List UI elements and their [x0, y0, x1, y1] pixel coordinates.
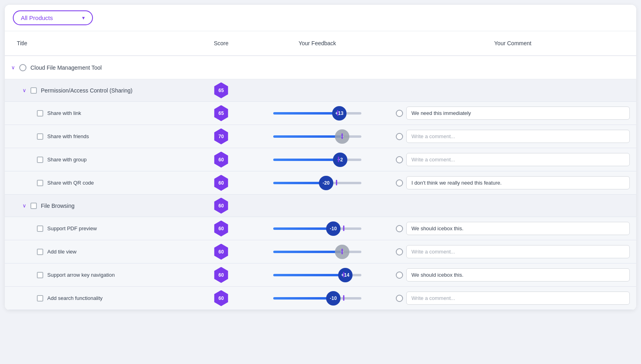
item-checkbox[interactable]: [37, 180, 43, 186]
radio-circle[interactable]: [396, 295, 403, 302]
slider-marker: [342, 249, 343, 254]
slider-cell[interactable]: +2: [245, 158, 389, 161]
radio-circle[interactable]: [396, 271, 403, 279]
slider-thumb[interactable]: -10: [326, 221, 341, 236]
score-badge: 60: [213, 244, 229, 260]
comment-input[interactable]: [406, 153, 630, 166]
slider-cell[interactable]: +13: [245, 112, 389, 115]
group-row: ∨ Cloud File Management Tool: [5, 56, 636, 79]
column-feedback: Your Feedback: [245, 31, 389, 55]
comment-input[interactable]: [406, 130, 630, 143]
item-title: Share with group: [47, 157, 87, 163]
slider-thumb[interactable]: -20: [319, 176, 333, 190]
subgroup-score-cell: 60: [197, 198, 245, 214]
item-score-cell: 60: [197, 221, 245, 237]
comment-cell: [389, 264, 636, 286]
subgroup-row-0: ∨ Permission/Access Control (Sharing) 65: [5, 79, 636, 102]
slider-marker: [343, 295, 345, 301]
slider-cell[interactable]: -10: [245, 297, 389, 300]
slider-fill: [273, 227, 333, 230]
slider-cell[interactable]: -10: [245, 227, 389, 230]
comment-input[interactable]: [406, 107, 630, 120]
comment-input[interactable]: [406, 222, 630, 235]
comment-input[interactable]: [406, 245, 630, 258]
expand-chevron[interactable]: ∨: [22, 203, 26, 209]
group-header-cell: ∨ Cloud File Management Tool: [5, 58, 197, 77]
slider-marker: [338, 157, 339, 162]
item-checkbox[interactable]: [37, 157, 43, 163]
item-score-cell: 60: [197, 244, 245, 260]
all-products-dropdown[interactable]: All Products ▾: [13, 10, 93, 25]
slider-track[interactable]: -10: [273, 227, 361, 230]
slider-thumb[interactable]: -10: [326, 291, 341, 306]
slider-cell[interactable]: +14: [245, 274, 389, 277]
slider-fill: [273, 251, 342, 253]
dropdown-label: All Products: [21, 14, 53, 21]
group-icon: [19, 64, 26, 71]
slider-marker: [343, 272, 345, 278]
item-title-cell: Support PDF preview: [5, 221, 197, 236]
radio-circle[interactable]: [396, 248, 403, 255]
slider-track[interactable]: +2: [273, 158, 361, 161]
comment-input[interactable]: [406, 176, 630, 189]
slider-thumb[interactable]: +13: [332, 106, 347, 121]
expand-chevron[interactable]: ∨: [11, 64, 15, 70]
slider-marker: [342, 133, 343, 139]
radio-circle[interactable]: [396, 179, 403, 187]
subgroup-checkbox[interactable]: [30, 203, 37, 209]
score-badge: 60: [213, 267, 229, 283]
slider-track[interactable]: -20: [273, 181, 361, 185]
slider-marker: [336, 180, 337, 185]
subgroup-cell: ∨ Permission/Access Control (Sharing): [5, 82, 197, 99]
slider-marker: [337, 110, 339, 116]
table-row: Share with friends 70 +: [5, 125, 636, 148]
slider-track[interactable]: +14: [273, 274, 361, 277]
thumb-label: -10: [330, 296, 337, 301]
slider-track[interactable]: +: [273, 135, 361, 138]
thumb-label: +14: [341, 272, 349, 278]
slider-track[interactable]: +: [273, 250, 361, 253]
slider-fill: [273, 135, 342, 138]
table-header: Title Score Your Feedback Your Comment: [5, 31, 636, 56]
comment-cell: [389, 241, 636, 262]
item-title-cell: Share with link: [5, 106, 197, 121]
item-checkbox[interactable]: [37, 249, 43, 255]
score-badge: 70: [213, 129, 229, 145]
slider-thumb[interactable]: +14: [338, 268, 353, 282]
slider-thumb[interactable]: +2: [333, 153, 347, 167]
radio-circle[interactable]: [396, 110, 403, 117]
item-checkbox[interactable]: [37, 133, 43, 140]
subgroup-title: File Browsing: [41, 203, 75, 209]
slider-cell[interactable]: +: [245, 250, 389, 253]
score-badge: 60: [213, 221, 229, 237]
column-score: Score: [197, 31, 245, 55]
slider-fill: [273, 182, 326, 184]
item-title-cell: Add search functionality: [5, 291, 197, 306]
score-badge: 65: [213, 105, 229, 121]
item-checkbox[interactable]: [37, 295, 43, 302]
item-score-cell: 65: [197, 105, 245, 121]
item-title-cell: Share with group: [5, 153, 197, 167]
comment-cell: [389, 218, 636, 239]
comment-input[interactable]: [406, 268, 630, 282]
radio-circle[interactable]: [396, 133, 403, 140]
slider-fill: [273, 297, 333, 300]
radio-circle[interactable]: [396, 156, 403, 163]
item-checkbox[interactable]: [37, 272, 43, 278]
subgroup-checkbox[interactable]: [30, 87, 37, 94]
column-title: Title: [5, 31, 197, 55]
item-title: Add search functionality: [47, 295, 103, 301]
item-checkbox[interactable]: [37, 225, 43, 232]
table-row: Add search functionality 60 -10: [5, 287, 636, 310]
item-checkbox[interactable]: [37, 110, 43, 117]
comment-cell: [389, 149, 636, 170]
table-row: Support arrow key navigation 60 +14: [5, 263, 636, 287]
radio-circle[interactable]: [396, 225, 403, 232]
slider-cell[interactable]: -20: [245, 181, 389, 185]
slider-track[interactable]: +13: [273, 112, 361, 115]
score-badge: 65: [213, 82, 229, 99]
comment-input[interactable]: [406, 292, 630, 305]
slider-track[interactable]: -10: [273, 297, 361, 300]
slider-cell[interactable]: +: [245, 135, 389, 138]
expand-chevron[interactable]: ∨: [22, 87, 26, 93]
